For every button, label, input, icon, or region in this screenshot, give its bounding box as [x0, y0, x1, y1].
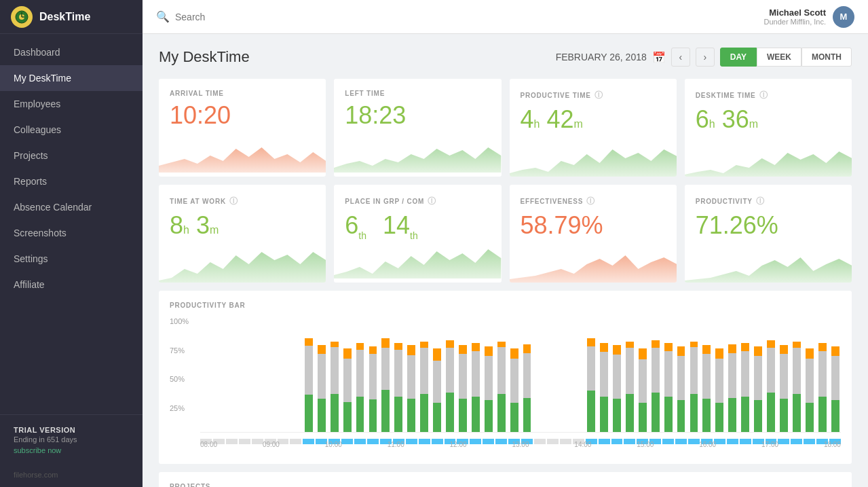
bar-orange — [510, 348, 518, 359]
bar-column — [586, 317, 597, 432]
sidebar-item-reports[interactable]: Reports — [0, 168, 143, 194]
place-in-grp-info-icon[interactable]: ⓘ — [428, 196, 436, 207]
user-text: Michael Scott Dunder Mifflin, Inc. — [763, 7, 826, 26]
bar-column — [393, 317, 404, 432]
bar-green — [472, 397, 480, 432]
logo-text: DeskTime — [39, 11, 90, 23]
bar-gray — [497, 347, 506, 394]
sidebar-item-projects[interactable]: Projects — [0, 143, 143, 168]
subscribe-link[interactable]: subscribe now — [14, 446, 129, 454]
left-time-label: LEFT TIME — [345, 90, 490, 97]
main-content: 🔍 Michael Scott Dunder Mifflin, Inc. M M… — [143, 0, 868, 487]
productive-time-card: PRODUCTIVE TIME ⓘ 4h 42m — [510, 79, 677, 177]
sidebar-item-colleagues[interactable]: Colleagues — [0, 117, 143, 143]
bar-green — [446, 393, 454, 432]
y-25: 25% — [170, 404, 197, 412]
bar-column — [714, 317, 725, 432]
bar-gray — [420, 348, 428, 394]
sidebar-item-affiliate[interactable]: Affiliate — [0, 272, 143, 297]
bar-gray — [485, 356, 493, 400]
bar-column — [599, 317, 610, 432]
bar-column — [649, 317, 661, 432]
bar-column — [328, 317, 340, 432]
time-1400: 14:00 — [574, 441, 591, 448]
bar-green — [652, 393, 660, 432]
bar-column — [495, 317, 507, 432]
sidebar-item-absence-calendar[interactable]: Absence Calendar — [0, 194, 143, 220]
bar-gray — [459, 354, 467, 399]
productivity-info-icon[interactable]: ⓘ — [756, 196, 765, 207]
bar-orange — [728, 344, 736, 353]
bar-orange — [677, 346, 685, 356]
bar-gray — [806, 359, 814, 403]
view-month-button[interactable]: MONTH — [801, 48, 852, 67]
sidebar-item-settings[interactable]: Settings — [0, 246, 143, 272]
bar-gray — [690, 347, 698, 394]
bar-green — [793, 394, 801, 432]
sidebar-item-dashboard[interactable]: Dashboard — [0, 39, 143, 65]
search-input[interactable] — [175, 12, 311, 22]
bar-gray — [510, 359, 518, 403]
bar-gray — [664, 351, 673, 397]
bar-gray — [715, 359, 723, 403]
time-1100: 11:00 — [388, 441, 404, 448]
bar-column — [547, 317, 559, 432]
bar-orange — [343, 348, 352, 359]
time-1000: 10:00 — [325, 441, 342, 448]
bar-gray — [702, 354, 711, 399]
page-header: My DeskTime FEBRUARY 26, 2018 📅 ‹ › DAY … — [159, 48, 852, 67]
effectiveness-info-icon[interactable]: ⓘ — [586, 196, 595, 207]
desktime-time-info-icon[interactable]: ⓘ — [759, 90, 768, 101]
bar-column — [816, 317, 828, 432]
bar-orange — [381, 338, 390, 348]
bar-green — [600, 397, 608, 432]
view-week-button[interactable]: WEEK — [757, 48, 801, 67]
desktime-time-value: 6h 36m — [696, 105, 841, 134]
sidebar-item-screenshots[interactable]: Screenshots — [0, 220, 143, 246]
bar-orange — [664, 343, 673, 351]
productivity-chart — [685, 245, 852, 283]
y-50: 50% — [170, 375, 197, 383]
prod-bar-area — [200, 317, 841, 433]
bar-column — [213, 317, 225, 432]
bar-orange — [446, 340, 454, 348]
time-at-work-label: TIME AT WORK ⓘ — [170, 196, 315, 207]
bar-green — [690, 394, 698, 432]
bar-gray — [831, 356, 839, 400]
desktime-time-label: DESKTIME TIME ⓘ — [696, 90, 841, 101]
sidebar-item-employees[interactable]: Employees — [0, 91, 143, 117]
productive-time-info-icon[interactable]: ⓘ — [595, 90, 603, 101]
bar-gray — [331, 347, 339, 394]
prev-date-button[interactable]: ‹ — [671, 48, 690, 67]
left-time-chart — [334, 135, 501, 173]
bar-orange — [433, 348, 441, 361]
bar-gray — [369, 354, 377, 399]
view-day-button[interactable]: DAY — [720, 48, 757, 67]
stats-row-2: TIME AT WORK ⓘ 8h 3m PLACE IN GRP / COM … — [159, 185, 852, 283]
sidebar-item-my-desktime[interactable]: My DeskTime — [0, 65, 143, 91]
next-date-button[interactable]: › — [696, 48, 715, 67]
calendar-icon[interactable]: 📅 — [652, 51, 666, 64]
place-in-grp-card: PLACE IN GRP / COM ⓘ 6th 14th — [334, 185, 501, 283]
time-1800: 18:00 — [824, 441, 841, 448]
bar-column — [778, 317, 789, 432]
content-area: My DeskTime FEBRUARY 26, 2018 📅 ‹ › DAY … — [143, 34, 868, 487]
arrival-time-chart — [159, 135, 326, 173]
bar-column — [573, 317, 584, 432]
time-at-work-info-icon[interactable]: ⓘ — [229, 196, 238, 207]
bar-green — [381, 390, 390, 432]
bar-gray — [818, 351, 827, 397]
productive-time-label: PRODUCTIVE TIME ⓘ — [521, 90, 666, 101]
avatar[interactable]: M — [833, 6, 854, 28]
bar-green — [356, 397, 364, 432]
time-at-work-card: TIME AT WORK ⓘ 8h 3m — [159, 185, 326, 283]
bar-gray — [793, 348, 801, 394]
bar-green — [780, 399, 788, 432]
bar-green — [715, 403, 723, 432]
bar-column — [688, 317, 700, 432]
time-1500: 15:00 — [637, 441, 654, 448]
bar-gray — [587, 346, 595, 391]
bar-green — [510, 403, 518, 432]
stats-row-1: ARRIVAL TIME 10:20 LEFT TIME 18:23 — [159, 79, 852, 177]
bar-orange — [702, 345, 711, 354]
